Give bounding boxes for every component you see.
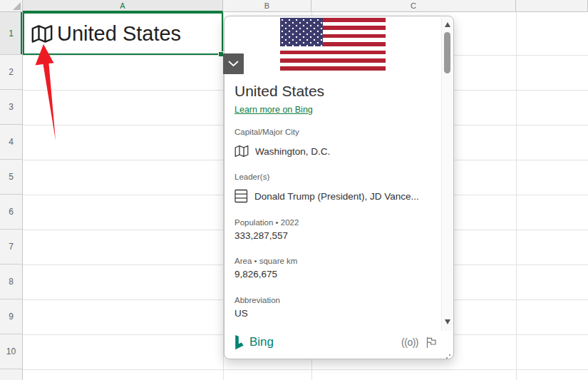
bing-attribution[interactable]: Bing (234, 335, 274, 350)
cell-a1[interactable]: United States (23, 12, 223, 55)
excel-worksheet: A B C 1 2 3 4 5 6 7 8 9 10 United States (0, 0, 588, 380)
map-icon (31, 24, 53, 43)
field-value-abbreviation: US (234, 308, 443, 319)
select-all-triangle-icon (13, 2, 21, 10)
map-icon (234, 145, 249, 158)
cell-a1-text: United States (57, 22, 181, 46)
card-title: United States (234, 83, 443, 100)
row-header-8[interactable]: 8 (0, 265, 22, 299)
chevron-down-icon (228, 61, 239, 67)
card-resize-handle[interactable] (449, 354, 450, 356)
card-body: United States Learn more on Bing Capital… (225, 16, 453, 359)
column-header-b[interactable]: B (223, 0, 311, 12)
field-label-capital: Capital/Major City (234, 128, 443, 136)
field-label-leaders: Leader(s) (234, 173, 443, 181)
table-icon (234, 189, 248, 203)
row-header-9[interactable]: 9 (0, 299, 22, 334)
report-flag-icon[interactable] (425, 337, 438, 349)
card-scrollbar[interactable] (441, 17, 453, 331)
field-value-capital: Washington, D.C. (255, 146, 330, 157)
row-header-4[interactable]: 4 (0, 125, 22, 160)
field-label-population: Population • 2022 (234, 218, 443, 227)
row-header-strip: 1 2 3 4 5 6 7 8 9 10 (0, 12, 23, 380)
geography-data-card: United States Learn more on Bing Capital… (224, 16, 454, 359)
gridline (516, 12, 517, 380)
column-header-c[interactable]: C (311, 0, 516, 12)
scroll-down-arrow-icon[interactable] (445, 319, 450, 324)
row-header-7[interactable]: 7 (0, 230, 22, 265)
row-header-10[interactable]: 10 (0, 334, 22, 369)
field-value-population: 333,287,557 (234, 230, 443, 241)
flag-canton-stars (280, 18, 323, 46)
card-footer: Bing ((o)) (234, 333, 438, 351)
field-row-leaders: Donald Trump (President), JD Vance... (234, 189, 443, 203)
column-header-d[interactable] (516, 0, 588, 12)
field-value-area: 9,826,675 (234, 269, 443, 279)
footer-icons: ((o)) (401, 337, 438, 349)
field-label-abbreviation: Abbreviation (234, 296, 443, 304)
row-header-3[interactable]: 3 (0, 90, 22, 125)
scrollbar-thumb[interactable] (444, 32, 450, 73)
select-all-corner[interactable] (0, 0, 23, 12)
scroll-up-arrow-icon[interactable] (445, 22, 450, 27)
us-flag-image (280, 18, 386, 71)
row-header-1[interactable]: 1 (0, 12, 22, 55)
card-collapse-button[interactable] (223, 53, 244, 74)
field-row-capital: Washington, D.C. (234, 145, 443, 158)
row-header-2[interactable]: 2 (0, 55, 22, 90)
sensitivity-icon[interactable]: ((o)) (401, 337, 418, 348)
bing-label: Bing (249, 335, 274, 349)
bing-logo-icon (234, 335, 245, 350)
row-header-11[interactable] (0, 369, 22, 379)
row-header-6[interactable]: 6 (0, 195, 22, 230)
row-header-5[interactable]: 5 (0, 160, 22, 195)
learn-more-link[interactable]: Learn more on Bing (234, 105, 313, 115)
column-header-a[interactable]: A (23, 0, 223, 12)
field-value-leaders: Donald Trump (President), JD Vance... (254, 191, 419, 202)
gridline (23, 369, 588, 370)
field-label-area: Area • square km (234, 257, 443, 265)
